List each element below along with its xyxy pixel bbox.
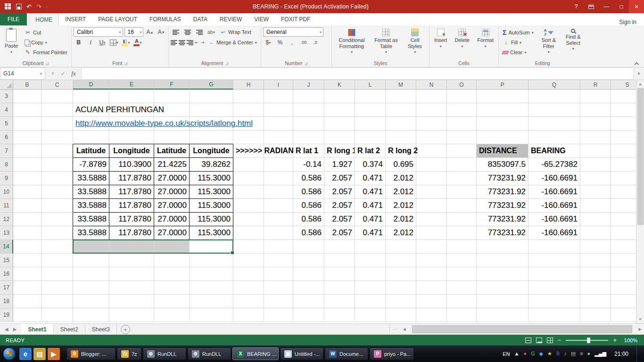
cell-G4[interactable] bbox=[190, 103, 233, 117]
vertical-scroll-thumb[interactable] bbox=[637, 88, 644, 225]
taskbar-button-0[interactable]: BBlogger: ... bbox=[66, 347, 116, 360]
redo-button[interactable]: ↷ bbox=[36, 3, 41, 10]
accounting-format-button[interactable]: $▾ bbox=[263, 38, 273, 47]
cell-I3[interactable] bbox=[264, 90, 293, 103]
file-explorer-icon[interactable]: ▤ bbox=[33, 348, 46, 360]
cell-C19[interactable] bbox=[41, 308, 73, 322]
cell-N12[interactable] bbox=[416, 213, 447, 226]
cell-L16[interactable] bbox=[355, 267, 386, 281]
cell-N8[interactable] bbox=[416, 158, 447, 172]
cell-M8[interactable]: 0.695 bbox=[386, 158, 416, 172]
cell-H10[interactable] bbox=[233, 185, 264, 199]
cell-P14[interactable] bbox=[477, 240, 528, 254]
cell-G9[interactable]: 115.3000 bbox=[190, 172, 233, 185]
cell-N15[interactable] bbox=[416, 254, 447, 267]
cell-O17[interactable] bbox=[447, 281, 477, 295]
cell-L19[interactable] bbox=[355, 308, 386, 322]
cell-F19[interactable] bbox=[154, 308, 190, 322]
cell-P6[interactable] bbox=[477, 131, 528, 144]
cell-Q10[interactable]: -160.6691 bbox=[528, 185, 580, 199]
cell-D13[interactable]: 33.5888 bbox=[73, 226, 109, 240]
cell-B8[interactable] bbox=[13, 158, 41, 172]
fill-color-button[interactable]: ◧▾ bbox=[121, 38, 131, 47]
cell-O9[interactable] bbox=[447, 172, 477, 185]
cell-B7[interactable] bbox=[13, 144, 41, 158]
cell-H18[interactable] bbox=[233, 295, 264, 308]
cell-M12[interactable]: 2.012 bbox=[386, 213, 416, 226]
media-player-icon[interactable]: ▶ bbox=[48, 348, 60, 360]
cell-C17[interactable] bbox=[41, 281, 73, 295]
cell-Q5[interactable] bbox=[528, 117, 580, 131]
cell-M18[interactable] bbox=[386, 295, 416, 308]
column-header-O[interactable]: O bbox=[447, 80, 477, 90]
cell-L17[interactable] bbox=[355, 281, 386, 295]
cut-button[interactable]: ✂Cut bbox=[23, 28, 69, 37]
cell-Q3[interactable] bbox=[528, 90, 580, 103]
column-header-P[interactable]: P bbox=[477, 80, 528, 90]
sheet-nav-left-icon[interactable]: ◀ bbox=[5, 327, 8, 332]
insert-cells-button[interactable]: Insert▾ bbox=[431, 27, 450, 59]
cell-G17[interactable] bbox=[190, 281, 233, 295]
cell-N13[interactable] bbox=[416, 226, 447, 240]
cell-F14[interactable] bbox=[154, 240, 190, 254]
font-size-combobox[interactable]: 16▾ bbox=[124, 27, 144, 37]
cell-I9[interactable] bbox=[264, 172, 293, 185]
column-header-Q[interactable]: Q bbox=[528, 80, 580, 90]
cell-C10[interactable] bbox=[41, 185, 73, 199]
tab-file[interactable]: FILE bbox=[0, 13, 27, 25]
cell-N10[interactable] bbox=[416, 185, 447, 199]
cell-I4[interactable] bbox=[264, 103, 293, 117]
taskbar-button-4[interactable]: XBEARING ... bbox=[232, 347, 279, 360]
cell-Q8[interactable]: -65.27382 bbox=[528, 158, 580, 172]
row-header-5[interactable]: 5 bbox=[0, 117, 13, 131]
cell-H13[interactable] bbox=[233, 226, 264, 240]
cell-H12[interactable] bbox=[233, 213, 264, 226]
cell-I12[interactable] bbox=[264, 213, 293, 226]
close-button[interactable]: × bbox=[629, 0, 644, 13]
select-all-corner[interactable] bbox=[0, 80, 13, 90]
increase-font-button[interactable]: A▲ bbox=[145, 27, 155, 37]
cell-C3[interactable] bbox=[41, 90, 73, 103]
cell-N9[interactable] bbox=[416, 172, 447, 185]
cell-Q17[interactable] bbox=[528, 281, 580, 295]
cell-O11[interactable] bbox=[447, 199, 477, 213]
cell-F18[interactable] bbox=[154, 295, 190, 308]
row-header-10[interactable]: 10 bbox=[0, 185, 13, 199]
sheet-tab-sheet2[interactable]: Sheet2 bbox=[54, 324, 85, 335]
cell-D19[interactable] bbox=[73, 308, 109, 322]
cell-J18[interactable] bbox=[293, 295, 324, 308]
decrease-font-button[interactable]: A▼ bbox=[157, 27, 166, 37]
cell-K14[interactable] bbox=[324, 240, 355, 254]
column-header-M[interactable]: M bbox=[386, 80, 416, 90]
cell-G14[interactable] bbox=[190, 240, 233, 254]
column-header-R[interactable]: R bbox=[580, 80, 611, 90]
row-header-13[interactable]: 13 bbox=[0, 226, 13, 240]
taskbar-clock[interactable]: 21:00 bbox=[611, 351, 632, 357]
cell-E18[interactable] bbox=[109, 295, 154, 308]
page-break-view-button[interactable] bbox=[547, 337, 553, 343]
cell-L11[interactable]: 0.471 bbox=[355, 199, 386, 213]
cell-K19[interactable] bbox=[324, 308, 355, 322]
cell-B12[interactable] bbox=[13, 213, 41, 226]
cell-D7[interactable]: Latitude bbox=[73, 144, 109, 158]
cell-Q6[interactable] bbox=[528, 131, 580, 144]
row-header-17[interactable]: 17 bbox=[0, 281, 13, 295]
horizontal-scrollbar[interactable]: ⋯ ◀ ▶ bbox=[389, 324, 644, 335]
cell-J14[interactable] bbox=[293, 240, 324, 254]
cell-B4[interactable] bbox=[13, 103, 41, 117]
cell-K6[interactable] bbox=[324, 131, 355, 144]
cell-P5[interactable] bbox=[477, 117, 528, 131]
row-header-16[interactable]: 16 bbox=[0, 267, 13, 281]
cell-E16[interactable] bbox=[109, 267, 154, 281]
cell-B14[interactable] bbox=[13, 240, 41, 254]
cell-L15[interactable] bbox=[355, 254, 386, 267]
cell-C4[interactable] bbox=[41, 103, 73, 117]
cell-B5[interactable] bbox=[13, 117, 41, 131]
tray-icon-3[interactable]: ◆ bbox=[539, 351, 543, 356]
alignment-dialog-launcher[interactable]: ◿ bbox=[225, 61, 228, 66]
row-header-14[interactable]: 14 bbox=[0, 240, 13, 254]
cell-H4[interactable] bbox=[233, 103, 264, 117]
cell-J6[interactable] bbox=[293, 131, 324, 144]
cell-E3[interactable] bbox=[109, 90, 154, 103]
cell-styles-button[interactable]: Cell Styles▾ bbox=[403, 27, 427, 59]
